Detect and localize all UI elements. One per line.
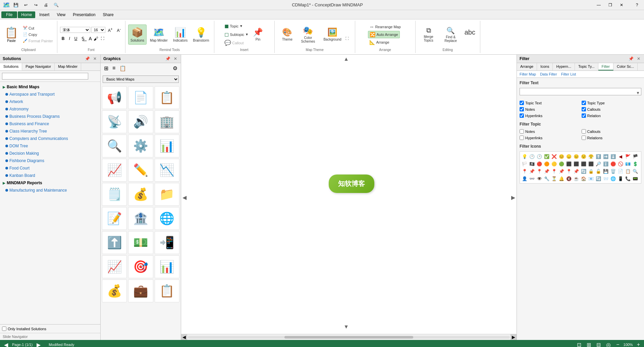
checkbox-hyperlinks[interactable]: Hyperlinks (520, 113, 580, 118)
tab-icons[interactable]: Icons (537, 63, 553, 70)
filter-icon[interactable]: 👓 (529, 175, 535, 182)
graphics-icon[interactable]: 🌐 (155, 207, 179, 230)
map-theme-expand-btn[interactable]: ⛶ (345, 36, 350, 41)
strikethrough-btn[interactable]: S͟ (80, 35, 86, 42)
filter-icon[interactable]: 📟 (632, 175, 639, 182)
canvas-area[interactable]: ◀ ▶ ▲ ▼ 知软博客 ◀ ▶ (181, 55, 517, 340)
status-view-btn-4[interactable]: ◎ (605, 342, 612, 347)
graphics-close-btn[interactable]: ✕ (173, 56, 178, 61)
help-btn[interactable]: ? (633, 1, 641, 9)
background-button[interactable]: 🖼️ Background (321, 24, 343, 45)
item-link[interactable]: Class Hierarchy Tree (9, 129, 47, 134)
status-view-btn-1[interactable]: ⊡ (576, 342, 583, 347)
gfx-detail-view-btn[interactable]: 📋 (118, 64, 127, 72)
filter-icon[interactable]: 📨 (602, 175, 609, 182)
filter-icon[interactable]: ✅ (543, 153, 550, 160)
filter-icon[interactable]: 🕐 (529, 153, 535, 160)
graphics-icon[interactable]: 📲 (155, 231, 179, 254)
zoom-out-btn[interactable]: − (615, 342, 621, 347)
solutions-search-input[interactable] (2, 73, 88, 80)
font-size-select[interactable]: 16 (91, 27, 105, 33)
redo-btn[interactable]: ↪ (32, 1, 40, 9)
zoom-in-btn[interactable]: + (636, 342, 641, 347)
item-link[interactable]: Manufacturing and Maintenance (9, 188, 67, 193)
maximize-btn[interactable]: ❐ (606, 1, 614, 9)
tab-page-navigator[interactable]: Page Navigator (22, 63, 55, 70)
menu-share[interactable]: Share (100, 11, 117, 18)
graphics-category-select[interactable]: Basic Mind Maps (103, 76, 179, 83)
filter-icon[interactable]: 🚩 (625, 153, 631, 160)
mind-map-node[interactable]: 知软博客 (329, 175, 374, 193)
checkbox-notes[interactable]: Notes (520, 107, 580, 111)
map-minder-button[interactable]: 🗺️ Map Minder (148, 24, 170, 45)
list-item-basic-mind-maps[interactable]: ▶ Basic Mind Maps (0, 83, 100, 91)
solutions-close-btn[interactable]: ✕ (92, 56, 98, 61)
filter-icon[interactable]: 📍 (536, 168, 543, 175)
filter-icon[interactable]: ⬆️ (595, 153, 602, 160)
filter-icon[interactable]: 📌 (558, 168, 565, 175)
tab-arrange[interactable]: Arrange (517, 63, 537, 70)
underline-btn[interactable]: U (73, 36, 79, 42)
checkbox-topic-type[interactable]: Topic Type (582, 101, 642, 105)
filter-icon[interactable]: ⬛ (573, 160, 580, 167)
list-item[interactable]: Astronomy (0, 105, 100, 113)
graphics-icon[interactable]: 🗒️ (102, 183, 127, 206)
checkbox-topic-notes[interactable]: Notes (520, 129, 580, 134)
filter-icon[interactable]: 📍 (551, 168, 557, 175)
italic-btn[interactable]: I (67, 36, 71, 42)
filter-icon[interactable]: 📌 (573, 168, 580, 175)
filter-icon[interactable]: ℹ️ (602, 160, 609, 167)
graphics-icon[interactable]: 🏦 (128, 207, 153, 230)
undo-btn[interactable]: ↩ (21, 1, 30, 9)
item-link[interactable]: Astronomy (9, 107, 29, 111)
copy-button[interactable]: 📄 Copy (21, 32, 54, 37)
font-family-select[interactable]: 宋体 (60, 27, 90, 33)
graphics-icon[interactable]: ⚙️ (128, 135, 153, 157)
paste-button[interactable]: 📋 Paste (3, 22, 20, 47)
graphics-icon[interactable]: 📋 (155, 280, 179, 302)
theme-button[interactable]: 🎨 Theme (280, 24, 294, 45)
canvas-scroll-down[interactable]: ▼ (343, 324, 349, 330)
filter-icon[interactable]: ☕ (573, 175, 580, 182)
filter-icon[interactable]: ⬇️ (610, 153, 616, 160)
tab-map-minder[interactable]: Map Minder (55, 63, 81, 70)
filter-icon[interactable]: ❌ (551, 153, 557, 160)
graphics-icon[interactable]: 📈 (102, 159, 127, 182)
tab-hyperlinks[interactable]: Hypern... (553, 63, 575, 70)
filter-icon[interactable]: 🏳️ (521, 160, 528, 167)
list-item[interactable]: DOM Tree (0, 142, 100, 150)
pin-button[interactable]: 📌 Pin (251, 24, 265, 45)
indicators-button[interactable]: 📊 Indicators (171, 24, 190, 45)
cut-button[interactable]: ✂️ Cut (21, 25, 54, 31)
filter-icon[interactable]: 📧 (588, 175, 594, 182)
filter-icon[interactable]: 📍 (521, 168, 528, 175)
checkbox-relation[interactable]: Relation (582, 113, 642, 118)
graphics-icon[interactable]: 🏢 (155, 110, 179, 133)
solutions-pin-btn[interactable]: 📌 (84, 56, 91, 61)
abc-button[interactable]: abc . (463, 24, 477, 45)
filter-icon[interactable]: 🟠 (543, 160, 550, 167)
menu-presentation[interactable]: Presentation (69, 11, 99, 18)
subtopic-dropdown-icon[interactable]: ▼ (245, 33, 249, 36)
filter-text-input[interactable] (520, 88, 641, 95)
graphics-icon[interactable]: 📈 (102, 255, 127, 278)
list-item[interactable]: Class Hierarchy Tree (0, 128, 100, 135)
list-item[interactable]: Manufacturing and Maintenance (0, 187, 100, 194)
filter-icon[interactable]: 🔄 (580, 168, 587, 175)
print-btn[interactable]: 🖨 (42, 1, 50, 9)
checkbox-topic-callouts[interactable]: Callouts (582, 129, 642, 134)
filter-icon[interactable]: ◀ (617, 153, 624, 160)
filter-icon[interactable]: 💡 (521, 153, 528, 160)
item-link[interactable]: Fishbone Diagrams (9, 158, 44, 163)
filter-pin-btn[interactable]: 📌 (628, 56, 635, 61)
tab-color-schemes[interactable]: Color Sc... (613, 63, 638, 70)
topic-button[interactable]: ◼ Topic ▼ (223, 22, 250, 30)
item-link[interactable]: Decision Making (9, 151, 39, 156)
brainstorm-button[interactable]: 💡 Brainstorm (191, 24, 211, 45)
graphics-icon[interactable]: 📊 (155, 135, 179, 157)
callout-button[interactable]: 💬 Callout (223, 39, 250, 47)
filter-icon[interactable]: 💲 (632, 160, 639, 167)
canvas-scroll-up[interactable]: ▲ (343, 56, 349, 62)
filter-icon[interactable]: 📱 (617, 175, 624, 182)
filter-icon[interactable]: 😟 (580, 153, 587, 160)
